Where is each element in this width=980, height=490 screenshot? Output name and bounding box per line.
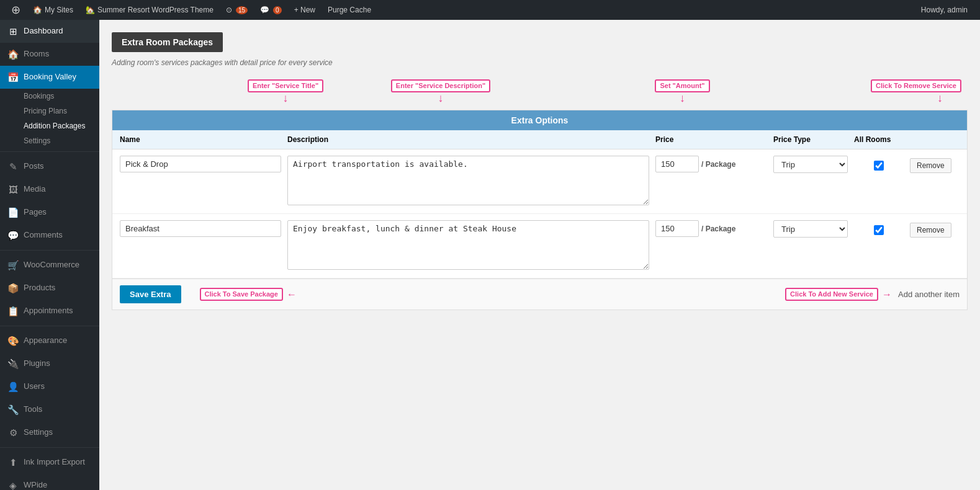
service-1-name-input[interactable] [120,156,281,172]
updates-button[interactable]: ⊙ 15 [221,0,253,20]
admin-bar: ⊕ 🏠 My Sites 🏡 Summer Resort WordPress T… [0,0,980,20]
add-another-item-link[interactable]: Add another item [898,290,960,299]
ink-import-export-label: Ink Import Export [24,457,85,468]
wpide-label: WPide [24,479,47,490]
main-content: Extra Room Packages Adding room's servic… [99,20,980,490]
sidebar: ⊞ Dashboard 🏠 Rooms 📅 Booking Valley Boo… [0,20,99,490]
settings-label: Settings [24,427,53,438]
extra-options-header: Extra Options [112,110,967,130]
pages-icon: 📄 [7,206,19,219]
plugins-icon: 🔌 [7,357,19,370]
sidebar-item-wpide[interactable]: ◈ WPide [0,474,99,490]
wp-logo-button[interactable]: ⊕ [6,0,25,20]
service-2-name-input[interactable] [120,220,281,237]
col-header-desc: Description [287,135,649,144]
wpide-icon: ◈ [7,479,19,490]
service-1-action-cell: Remove [910,156,960,173]
tools-label: Tools [24,404,42,415]
ink-import-export-icon: ⬆ [7,456,19,469]
page-subtitle: Adding room's services packages with det… [112,58,968,67]
my-sites-icon: 🏠 [33,6,42,14]
site-name-label: Summer Resort WordPress Theme [97,6,214,14]
service-2-pricetype-cell: Trip Night Person [773,220,848,238]
new-label: + New [294,6,315,14]
service-2-desc-cell: Enjoy breakfast, lunch & dinner at Steak… [287,220,649,272]
service-2-pricetype-select[interactable]: Trip Night Person [773,220,848,238]
updates-badge: 15 [236,6,248,14]
submenu-item-pricing-plans[interactable]: Pricing Plans [0,104,99,118]
new-content-button[interactable]: + New [289,0,320,20]
comments-label: Comments [24,229,63,241]
media-icon: 🖼 [7,183,19,196]
extra-options-panel: Extra Options Name Description Price Pri… [112,110,968,310]
save-extra-button[interactable]: Save Extra [120,285,181,303]
woocommerce-label: WooCommerce [24,259,79,270]
service-1-remove-button[interactable]: Remove [910,158,951,173]
footer-bar: Save Extra Click To Save Package ← Click… [112,278,967,310]
submenu-item-bookings[interactable]: Bookings [0,89,99,104]
site-home-icon: 🏡 [86,6,95,14]
page-title: Extra Room Packages [112,32,223,52]
service-2-price-unit: / Package [701,225,735,233]
service-2-price-input[interactable] [655,220,699,237]
my-sites-label: My Sites [45,6,73,14]
service-2-action-cell: Remove [910,220,960,238]
service-1-desc-cell: Airport transportation is available. [287,156,649,207]
service-2-allrooms-cell [854,220,904,238]
tools-icon: 🔧 [7,403,19,416]
sidebar-item-tools[interactable]: 🔧 Tools [0,398,99,421]
annotation-service-title: Enter "Service Title" [248,79,323,92]
appearance-label: Appearance [24,335,67,346]
purge-cache-button[interactable]: Purge Cache [323,0,376,20]
sidebar-item-pages[interactable]: 📄 Pages [0,201,99,224]
table-row: Enjoy breakfast, lunch & dinner at Steak… [112,214,967,278]
service-1-pricetype-select[interactable]: Trip Night Person [773,156,848,173]
sidebar-item-products[interactable]: 📦 Products [0,277,99,300]
service-1-pricetype-cell: Trip Night Person [773,156,848,173]
sidebar-item-posts[interactable]: ✎ Posts [0,155,99,178]
sidebar-item-appointments[interactable]: 📋 Appointments [0,300,99,323]
sidebar-item-users[interactable]: 👤 Users [0,375,99,398]
users-label: Users [24,381,45,392]
sidebar-item-plugins[interactable]: 🔌 Plugins [0,352,99,375]
service-2-desc-input[interactable]: Enjoy breakfast, lunch & dinner at Steak… [287,220,649,270]
annotation-add-new: Click To Add New Service [785,288,878,301]
sidebar-item-woocommerce[interactable]: 🛒 WooCommerce [0,254,99,277]
service-2-allrooms-checkbox[interactable] [874,225,884,235]
col-header-pricetype: Price Type [773,135,848,144]
my-sites-button[interactable]: 🏠 My Sites [28,0,78,20]
howdy-label: Howdy, admin [915,6,974,14]
products-icon: 📦 [7,282,19,295]
comments-button[interactable]: 💬 0 [255,0,287,20]
appointments-label: Appointments [24,305,73,316]
sidebar-item-media[interactable]: 🖼 Media [0,178,99,201]
sidebar-item-rooms[interactable]: 🏠 Rooms [0,43,99,66]
service-1-price-input[interactable] [655,156,699,172]
service-2-remove-button[interactable]: Remove [910,223,951,238]
posts-label: Posts [24,161,44,172]
sidebar-item-booking-valley[interactable]: 📅 Booking Valley [0,66,99,89]
posts-icon: ✎ [7,160,19,173]
sidebar-item-settings[interactable]: ⚙ Settings [0,421,99,444]
table-row: Airport transportation is available. / P… [112,149,967,214]
annotation-remove-service: Click To Remove Service [871,79,961,92]
bookings-label: Bookings [24,92,54,100]
annotation-save-package: Click To Save Package [200,288,283,301]
service-1-desc-input[interactable]: Airport transportation is available. [287,156,649,205]
sidebar-item-appearance[interactable]: 🎨 Appearance [0,329,99,352]
sidebar-item-comments[interactable]: 💬 Comments [0,224,99,247]
service-1-allrooms-checkbox[interactable] [874,161,884,171]
column-headers: Name Description Price Price Type All Ro… [112,130,967,149]
submenu-item-settings[interactable]: Settings [0,133,99,148]
site-name-button[interactable]: 🏡 Summer Resort WordPress Theme [81,0,218,20]
service-2-name-cell [120,220,281,237]
service-1-allrooms-cell [854,156,904,173]
comments-badge: 0 [273,6,282,14]
col-header-allrooms: All Rooms [854,135,904,144]
submenu-item-addition-packages[interactable]: Addition Packages [0,118,99,133]
sidebar-item-dashboard[interactable]: ⊞ Dashboard [0,20,99,43]
sidebar-item-ink-import-export[interactable]: ⬆ Ink Import Export [0,451,99,474]
woocommerce-icon: 🛒 [7,259,19,272]
appointments-icon: 📋 [7,305,19,318]
dashboard-label: Dashboard [24,25,63,37]
